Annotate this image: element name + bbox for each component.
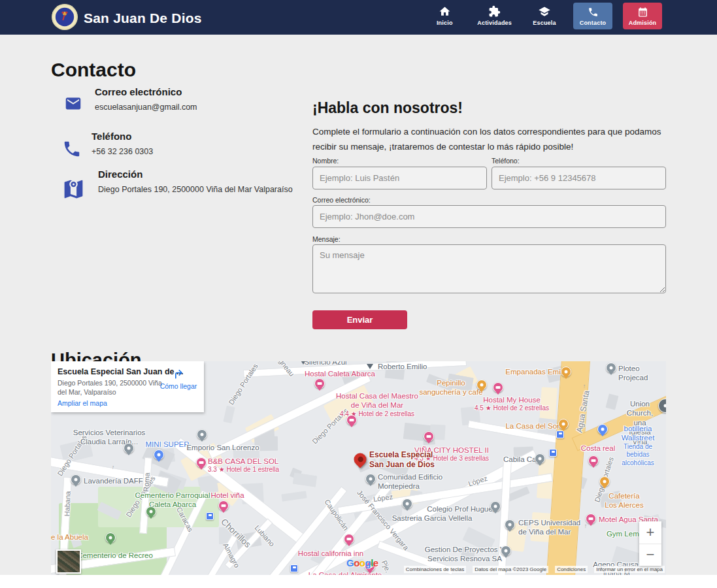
map-poi-label[interactable]: Pepinillo sanguchería y café xyxy=(419,378,482,397)
map-marker-shop[interactable] xyxy=(154,449,164,460)
map-attribution-item[interactable]: Condiciones xyxy=(555,566,588,573)
map-poi-label[interactable]: B&B CASA DEL SOL3.3 ★ Hotel de 1 estrell… xyxy=(208,457,279,474)
map-poi-label[interactable]: Gestion De Proyectos Y Servicios Resnova… xyxy=(425,545,505,564)
map-attribution-item[interactable]: Combinaciones de teclas xyxy=(404,566,466,573)
page-title: Contacto xyxy=(51,59,136,81)
map-poi-label[interactable]: Hostal My House4.5 ★ Hotel de 2 estrella… xyxy=(475,395,549,413)
envelope-icon xyxy=(62,95,84,115)
message-textarea[interactable] xyxy=(312,244,666,293)
map-marker-gray[interactable] xyxy=(71,474,81,485)
name-input[interactable] xyxy=(312,167,487,189)
map-poi-label[interactable]: Lavandería DAFF xyxy=(84,476,143,485)
message-label: Mensaje: xyxy=(312,235,341,243)
contact-item-value: Diego Portales 190, 2500000 Viña del Mar… xyxy=(98,185,293,194)
map-poi-label[interactable]: Hotel viña xyxy=(210,491,244,500)
map-marker-lodging[interactable] xyxy=(493,382,503,393)
map-poi-label[interactable]: Servicios Veterinarios Claudia Larraín..… xyxy=(73,428,146,447)
map-poi-label[interactable]: Ploteo Projecad xyxy=(618,364,666,383)
contact-item-label: Correo electrónico xyxy=(95,86,182,97)
map[interactable]: ↑↑↑↑ Diego PortalesDiego PortalesDiego P… xyxy=(51,361,666,575)
map-poi-label[interactable]: Cementerio de Recreo xyxy=(77,551,153,560)
map-poi-label[interactable]: botilleria WallstreetTienda de bebidas a… xyxy=(622,424,655,467)
map-attribution-item[interactable]: Informar un error en el mapa xyxy=(594,566,665,573)
map-marker-gray[interactable] xyxy=(365,474,376,484)
map-poi-label[interactable]: Sastreria Garcia Vellella xyxy=(392,514,473,523)
nav-admision[interactable]: Admisión xyxy=(623,3,662,29)
bottom-strip xyxy=(0,575,717,588)
nav-inicio[interactable]: Inicio xyxy=(426,0,463,30)
map-marker-circle-lg[interactable] xyxy=(658,399,666,413)
submit-button[interactable]: Enviar xyxy=(312,310,407,329)
map-marker-gray[interactable] xyxy=(606,363,616,373)
map-poi-label[interactable]: CEPS Universidad de Viña del Mar xyxy=(518,518,580,537)
map-marker-cafe[interactable] xyxy=(599,476,610,487)
map-marker-park[interactable] xyxy=(146,506,156,517)
page: San Juan De Dios Inicio Actividades Escu… xyxy=(0,0,717,588)
map-poi-label[interactable]: Hostal Casa del Maestro de Viña del Mar4… xyxy=(336,391,418,418)
map-marker-lodging[interactable] xyxy=(424,431,434,442)
map-marker-school[interactable] xyxy=(505,519,515,530)
map-attribution: Combinaciones de teclasDatos del mapa ©2… xyxy=(404,566,665,573)
map-marker-food[interactable] xyxy=(476,380,487,390)
map-marker-park[interactable] xyxy=(105,532,116,543)
email-input[interactable] xyxy=(312,205,666,228)
map-marker-tri[interactable] xyxy=(367,364,373,369)
map-poi-label[interactable]: Roberto Emilio xyxy=(378,362,427,371)
google-logo[interactable]: Google xyxy=(346,557,378,568)
map-marker-food[interactable] xyxy=(558,419,569,429)
map-attribution-item: Datos del mapa ©2023 Google xyxy=(473,566,548,573)
map-zoom-control: + − xyxy=(639,521,661,566)
brand-title: San Juan De Dios xyxy=(84,10,202,26)
nav-label: Contacto xyxy=(580,20,607,26)
map-poi-label[interactable]: Emporio San Lorenzo xyxy=(186,443,259,452)
map-poi-label[interactable]: Silencio Azul xyxy=(304,361,346,367)
nav-contacto[interactable]: Contacto xyxy=(573,3,612,29)
map-marker-gray[interactable] xyxy=(501,546,511,556)
map-marker-tri[interactable] xyxy=(300,361,307,365)
map-marker-gray[interactable] xyxy=(197,429,207,440)
nav-label: Actividades xyxy=(477,20,512,26)
map-info-card: Escuela Especial San Juan de ... Diego P… xyxy=(51,361,204,412)
zoom-in-button[interactable]: + xyxy=(639,521,661,544)
phone-input[interactable] xyxy=(492,167,666,189)
map-poi-label[interactable]: Colegio Prof Huguet xyxy=(427,504,495,514)
nav-escuela[interactable]: Escuela xyxy=(526,0,563,30)
map-marker-lodging[interactable] xyxy=(588,455,599,466)
map-poi-label[interactable]: Hostal Caleta Abarca xyxy=(305,369,375,378)
form-title: ¡Habla con nosotros! xyxy=(312,99,463,117)
map-poi-label[interactable]: Cafetería Los Alerces xyxy=(603,491,645,510)
map-poi-label[interactable]: Cementerio Parroquial Caleta Abarca xyxy=(135,491,210,510)
map-icon xyxy=(61,177,86,204)
map-poi-label[interactable]: Empanadas Emilú xyxy=(505,367,566,376)
map-marker-lodging[interactable] xyxy=(586,514,596,524)
street-label: Lubiano xyxy=(253,523,276,547)
nav-actividades[interactable]: Actividades xyxy=(473,0,516,30)
map-poi-label[interactable]: Comunidad Edificio Montepiedra xyxy=(378,472,442,491)
map-marker-lodging[interactable] xyxy=(196,457,207,468)
zoom-out-button[interactable]: − xyxy=(639,544,661,566)
map-marker-lodging[interactable] xyxy=(218,500,229,511)
expand-map-link[interactable]: Ampliar el mapa xyxy=(58,399,107,407)
map-marker-gray[interactable] xyxy=(124,443,134,453)
map-poi-label[interactable]: Gym Leme xyxy=(607,529,643,538)
map-marker-gray[interactable] xyxy=(535,453,545,464)
map-poi-label[interactable]: MINI SUPER xyxy=(145,440,189,449)
satellite-view-thumbnail[interactable] xyxy=(56,549,81,574)
map-marker-shop[interactable] xyxy=(597,424,608,434)
map-poi-label[interactable]: Escuela Especial San Juan de Dios xyxy=(369,450,435,470)
brand[interactable]: San Juan De Dios xyxy=(51,3,202,33)
header: San Juan De Dios Inicio Actividades Escu… xyxy=(0,0,717,35)
map-poi-label[interactable]: Costa real xyxy=(581,444,615,453)
map-marker-lodging[interactable] xyxy=(344,534,354,544)
map-marker-lodging[interactable] xyxy=(314,378,325,389)
map-marker-lodging[interactable] xyxy=(346,415,357,425)
school-location-pin[interactable] xyxy=(352,451,369,468)
map-marker-food[interactable] xyxy=(561,367,571,377)
contact-item-label: Dirección xyxy=(98,169,142,180)
map-poi-label[interactable]: La Casa del Son xyxy=(505,421,561,431)
directions-icon xyxy=(171,374,186,382)
map-marker-gray[interactable] xyxy=(490,501,501,512)
map-marker-gray[interactable] xyxy=(402,498,412,509)
directions-link[interactable]: Cómo llegar xyxy=(159,368,197,390)
map-poi-label[interactable]: e la Abuela xyxy=(51,532,88,542)
